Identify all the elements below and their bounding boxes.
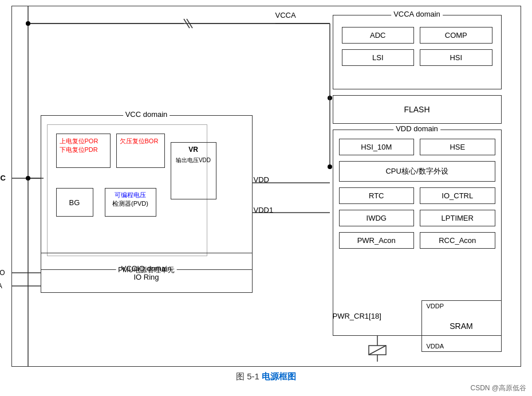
sram-box: VDDP SRAM VDDA: [421, 300, 502, 352]
rccacon-box: RCC_Acon: [420, 232, 495, 249]
ioctrl-box: IO_CTRL: [420, 187, 495, 204]
vcca-domain-inner: ADC COMP LSI HSI: [333, 15, 501, 72]
vccio-domain-box: VCCIO domain IO Ring: [41, 253, 253, 293]
vr-line1: VR: [174, 146, 213, 154]
por-line1: 上电复位POR: [60, 137, 107, 146]
flash-box: FLASH: [333, 95, 502, 124]
pvd-line2: 检测器(PVD): [108, 199, 153, 208]
vdd-row-2: IWDG LPTIMER: [339, 210, 495, 226]
vccio-subtitle: IO Ring: [133, 273, 159, 281]
pvd-line1: 可编程电压: [108, 191, 153, 199]
vr-box: VR 输出电压VDD: [171, 142, 216, 199]
bg-label: BG: [69, 198, 80, 207]
bor-line1: 欠压复位BOR: [120, 137, 161, 146]
adc-box: ADC: [342, 27, 415, 44]
bor-box: 欠压复位BOR: [116, 134, 165, 168]
vdda-label: VDDA: [0, 282, 2, 290]
vcc-domain-box: VCC domain 上电复位POR 下电复位PDR 欠压复位BOR BG: [41, 115, 253, 270]
svg-point-26: [26, 176, 30, 181]
bg-box: BG: [56, 188, 93, 217]
figure-caption-text: 图 5-1 电源框图: [236, 371, 296, 381]
vdd-row-1: RTC IO_CTRL: [339, 187, 495, 204]
pwr-cr1-label: PWR_CR1[18]: [333, 312, 381, 320]
vdd-domain-inner: HSI_10M HSE CPU核心/数字外设 RTC IO_CTRL IWDG …: [333, 130, 501, 254]
svg-point-25: [26, 21, 30, 26]
watermark-text: CSDN @高原低谷: [470, 383, 526, 393]
pvd-box: 可编程电压 检测器(PVD): [105, 188, 156, 217]
flash-label: FLASH: [404, 105, 429, 114]
vddp-label: VDDP: [427, 303, 444, 309]
vdda-bottom-label: VDDA: [427, 343, 444, 350]
por-line2: 下电复位PDR: [60, 146, 107, 154]
hsi-box: HSI: [420, 49, 492, 66]
vdd-domain-title: VDD domain: [393, 124, 440, 133]
hse-box: HSE: [420, 139, 495, 155]
lptimer-box: LPTIMER: [420, 210, 495, 226]
vdd-label: VDD: [254, 175, 269, 184]
vcc-label: VCC: [0, 174, 6, 182]
lsi-box: LSI: [342, 49, 415, 66]
vcca-domain-title: VCCA domain: [391, 10, 443, 18]
sram-label: SRAM: [450, 321, 472, 331]
vcca-label: VCCA: [275, 11, 296, 19]
svg-point-13: [328, 164, 332, 169]
pmu-inner-box: 上电复位POR 下电复位PDR 欠压复位BOR BG 可编程电压 检测器(PVD…: [47, 124, 207, 256]
vr-line2: 输出电压VDD: [174, 156, 213, 164]
hsi10m-box: HSI_10M: [339, 139, 415, 155]
iwdg-box: IWDG: [339, 210, 415, 226]
vcca-domain-box: VCCA domain ADC COMP LSI HSI: [333, 15, 502, 89]
vdd1-label: VDD1: [254, 206, 274, 214]
figure-caption-bold: 电源框图: [262, 371, 296, 381]
rtc-box: RTC: [339, 187, 415, 204]
por-box: 上电复位POR 下电复位PDR: [56, 134, 111, 168]
vccio-label: VCCIO: [0, 269, 5, 277]
comp-box: COMP: [420, 27, 492, 44]
vdd-row-3: PWR_Acon RCC_Acon: [339, 232, 495, 249]
sram-area: VDDP SRAM VDDA PWR_CR1[18]: [333, 300, 502, 355]
vcc-domain-title: VCC domain: [123, 110, 170, 119]
svg-line-8: [187, 19, 192, 28]
vdd-row-hsi: HSI_10M HSE: [339, 139, 495, 155]
diagram-area: VCCA VCC VCCIO VDDA VDD VDD1 VCCA domain…: [11, 6, 521, 367]
svg-line-7: [184, 19, 190, 28]
figure-caption: 图 5-1 电源框图: [6, 371, 526, 382]
svg-point-10: [328, 96, 332, 100]
vccio-domain-title: VCCIO domain: [121, 264, 171, 273]
pwracon-box: PWR_Acon: [339, 232, 415, 249]
cpu-box: CPU核心/数字外设: [339, 161, 495, 182]
